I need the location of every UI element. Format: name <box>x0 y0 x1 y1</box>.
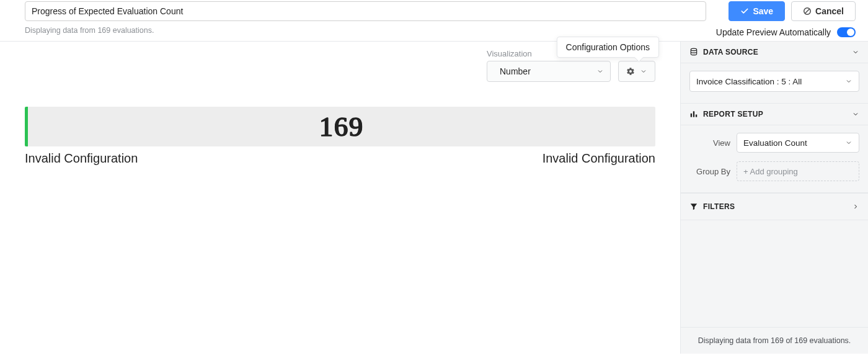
filters-title: FILTERS <box>703 202 735 211</box>
chevron-down-icon <box>640 68 647 75</box>
add-grouping-placeholder: + Add grouping <box>743 167 798 176</box>
auto-preview-toggle[interactable] <box>837 27 856 37</box>
svg-rect-5 <box>696 115 697 117</box>
chevron-down-icon <box>845 78 852 85</box>
svg-rect-3 <box>691 114 692 117</box>
evaluation-count-subtext: Displaying data from 169 evaluations. <box>25 26 706 35</box>
invalid-config-left: Invalid Configuration <box>25 151 138 166</box>
filter-icon <box>689 202 698 211</box>
chevron-down-icon <box>845 139 852 146</box>
cancel-button[interactable]: Cancel <box>791 1 856 21</box>
chevron-right-icon <box>852 203 859 210</box>
view-selected: Evaluation Count <box>743 138 807 148</box>
add-grouping-button[interactable]: + Add grouping <box>737 161 859 181</box>
chevron-down-icon <box>852 110 859 118</box>
save-label: Save <box>753 6 773 16</box>
cancel-icon <box>803 7 812 16</box>
data-source-header[interactable]: DATA SOURCE <box>681 42 868 63</box>
chevron-down-icon <box>596 68 604 75</box>
progress-visualization: 169 <box>25 107 655 146</box>
save-button[interactable]: Save <box>728 1 785 21</box>
filters-header[interactable]: FILTERS <box>681 193 868 220</box>
check-icon <box>740 7 749 16</box>
view-label: View <box>713 138 730 148</box>
chevron-down-icon <box>852 48 859 56</box>
svg-line-1 <box>805 9 810 14</box>
cancel-label: Cancel <box>815 6 844 16</box>
config-options-button[interactable] <box>618 61 655 82</box>
visualization-selected: Number <box>500 66 531 76</box>
sidebar-footer-text: Displaying data from 169 of 169 evaluati… <box>681 327 868 354</box>
report-setup-title: REPORT SETUP <box>703 110 763 119</box>
data-source-selected: Invoice Classification : 5 : All <box>696 77 802 86</box>
database-icon <box>689 48 698 56</box>
tooltip-text: Configuration Options <box>566 42 650 52</box>
bar-chart-icon <box>689 110 698 119</box>
data-source-title: DATA SOURCE <box>703 48 758 56</box>
svg-rect-4 <box>693 111 694 117</box>
gear-icon <box>626 67 635 76</box>
groupby-label: Group By <box>696 167 730 176</box>
visualization-select[interactable]: Number <box>487 61 611 82</box>
data-source-select[interactable]: Invoice Classification : 5 : All <box>689 71 859 92</box>
sidebar-spacer <box>681 220 868 327</box>
svg-point-2 <box>691 48 696 51</box>
report-setup-header[interactable]: REPORT SETUP <box>681 104 868 125</box>
invalid-config-right: Invalid Configuration <box>542 151 655 166</box>
config-options-tooltip: Configuration Options <box>557 37 659 58</box>
view-select[interactable]: Evaluation Count <box>737 133 859 153</box>
report-title-input[interactable] <box>25 1 706 21</box>
auto-preview-label: Update Preview Automatically <box>716 27 831 37</box>
big-number: 169 <box>319 111 364 143</box>
